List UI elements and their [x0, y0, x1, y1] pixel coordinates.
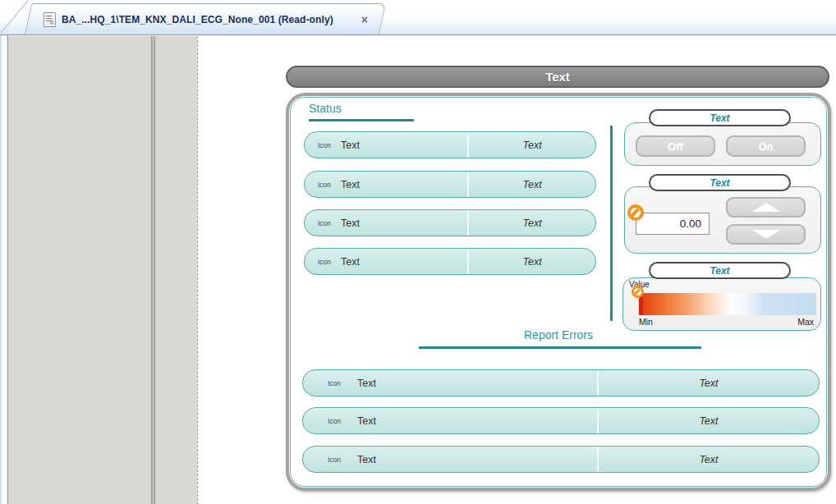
arrow-up-icon	[752, 203, 780, 212]
no-entry-icon	[632, 286, 644, 298]
status-heading: Status	[309, 102, 342, 115]
status-icon-placeholder: Icon	[318, 181, 331, 189]
status-icon-placeholder: Icon	[318, 258, 331, 266]
tab-bar: BA_...HQ_1\TEM_KNX_DALI_ECG_None_001 (Re…	[0, 0, 836, 34]
spinner-group: 0.00	[624, 186, 821, 254]
status-value: Text	[523, 256, 542, 268]
value-scale-bar	[639, 293, 816, 315]
scale-max-label: Max	[797, 317, 814, 327]
status-row: Icon Text Text	[304, 209, 596, 236]
status-value: Text	[523, 218, 542, 229]
error-value: Text	[699, 454, 718, 465]
error-label: Text	[357, 415, 376, 427]
template-header-label: Text	[545, 70, 570, 84]
graphics-canvas: Text Status Icon Text Text Icon	[199, 36, 836, 504]
switch-group: Off On	[624, 122, 821, 166]
error-row: Icon Text Text	[302, 407, 820, 434]
scale-group-label: Text	[649, 262, 791, 279]
left-panel	[8, 36, 152, 504]
status-label: Text	[341, 140, 360, 151]
close-icon[interactable]: ×	[359, 13, 370, 26]
on-button[interactable]: On	[726, 135, 806, 157]
spinner-group-label: Text	[649, 174, 791, 191]
decrement-button[interactable]	[726, 224, 806, 245]
status-row: Icon Text Text	[304, 171, 596, 198]
error-icon-placeholder: Icon	[328, 379, 341, 387]
error-value: Text	[699, 378, 718, 389]
error-label: Text	[357, 378, 376, 389]
off-button[interactable]: Off	[636, 135, 715, 157]
status-row: Icon Text Text	[304, 131, 596, 158]
arrow-down-icon	[752, 230, 780, 239]
template-panel: Status Icon Text Text Icon Text Text	[286, 93, 831, 491]
secondary-panel	[155, 36, 197, 504]
status-icon-placeholder: Icon	[318, 219, 331, 227]
tab-well-edge	[0, 1, 28, 34]
error-label: Text	[357, 454, 376, 465]
status-value: Text	[523, 140, 542, 151]
window-edge	[0, 35, 2, 504]
status-label: Text	[341, 256, 360, 268]
column-separator	[610, 126, 613, 321]
error-row: Icon Text Text	[302, 369, 820, 396]
scale-min-label: Min	[639, 317, 653, 327]
increment-button[interactable]	[726, 197, 806, 218]
error-icon-placeholder: Icon	[328, 456, 341, 464]
status-underline	[309, 119, 414, 121]
scale-group: Value Min Max	[622, 277, 821, 331]
document-tab[interactable]: BA_...HQ_1\TEM_KNX_DALI_ECG_None_001 (Re…	[25, 3, 387, 34]
status-icon-placeholder: Icon	[318, 141, 331, 149]
workspace: Text Status Icon Text Text Icon	[0, 34, 836, 504]
status-value: Text	[523, 179, 542, 190]
document-icon	[44, 12, 56, 27]
value-input[interactable]: 0.00	[636, 213, 710, 235]
error-icon-placeholder: Icon	[328, 417, 341, 425]
no-entry-icon	[627, 204, 644, 221]
template-header: Text	[286, 66, 829, 88]
status-label: Text	[341, 179, 360, 190]
switch-group-label: Text	[649, 109, 791, 126]
tab-title: BA_...HQ_1\TEM_KNX_DALI_ECG_None_001 (Re…	[62, 14, 353, 25]
report-errors-underline	[419, 346, 701, 349]
status-row: Icon Text Text	[304, 248, 596, 275]
error-value: Text	[699, 415, 718, 427]
status-label: Text	[341, 218, 360, 229]
canvas-guide-line	[197, 36, 198, 504]
error-row: Icon Text Text	[302, 446, 820, 473]
